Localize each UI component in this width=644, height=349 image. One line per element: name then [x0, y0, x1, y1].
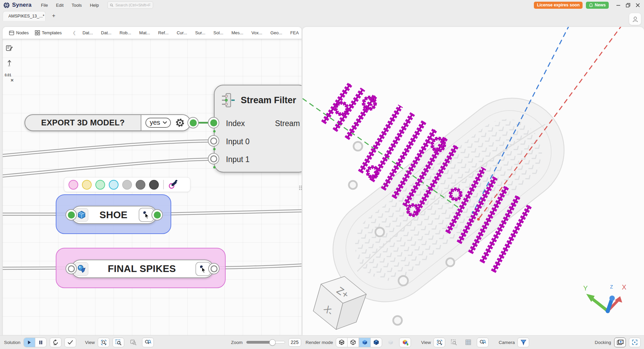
fit-view-button[interactable]: [98, 338, 109, 347]
gear-icon[interactable]: [175, 118, 185, 127]
category-tab-robotics[interactable]: Rob...: [116, 29, 135, 37]
restore-icon[interactable]: [626, 3, 630, 7]
zoom-value[interactable]: 225: [288, 338, 301, 347]
render-wireframe-button[interactable]: [336, 338, 347, 347]
dock-window-icon: [617, 340, 624, 345]
zoom-slider[interactable]: [246, 341, 285, 344]
fullscreen-button[interactable]: [629, 338, 641, 347]
eyedropper-icon[interactable]: [168, 180, 178, 189]
camera-button[interactable]: [517, 338, 529, 347]
axis-label-x: X: [622, 283, 626, 291]
swatch-light-gray[interactable]: [122, 180, 132, 190]
swatch-pink[interactable]: [68, 180, 78, 190]
swatch-yellow[interactable]: [82, 180, 92, 190]
port-add-dot[interactable]: [213, 130, 216, 132]
global-search[interactable]: [107, 1, 153, 9]
viewport-render: Z+ X- Y X Z: [303, 27, 644, 335]
category-tab-curves[interactable]: Cur...: [173, 29, 191, 37]
shoe-input-port[interactable]: [65, 209, 77, 221]
category-tab-surfaces[interactable]: Sur...: [191, 29, 209, 37]
viewport-search-button[interactable]: [477, 338, 489, 347]
zoom-node-icon: [130, 339, 137, 346]
index-input-port[interactable]: [208, 117, 219, 128]
final-spikes-input-port[interactable]: [65, 263, 77, 274]
news-label: News: [595, 3, 606, 7]
search-input[interactable]: [116, 3, 151, 7]
zoom-slider-thumb[interactable]: [269, 339, 276, 346]
templates-label: Templates: [42, 30, 62, 35]
input1-port[interactable]: [208, 153, 219, 164]
node-editor-panel: Nodes Templates ❮ Dat... Dat... Rob... M…: [3, 27, 302, 335]
loop-solution-button[interactable]: [50, 338, 61, 347]
shoe-output-port[interactable]: [151, 209, 163, 221]
menu-tools[interactable]: Tools: [68, 1, 85, 9]
cursor-pick-icon: [199, 265, 208, 273]
close-icon[interactable]: [636, 3, 640, 7]
export-output-port[interactable]: [187, 117, 199, 128]
document-tab[interactable]: AMSPIKES_13_...*: [3, 11, 46, 21]
category-tab-geometry[interactable]: Geo...: [266, 29, 286, 37]
final-spikes-group-node[interactable]: FINAL SPIKES: [56, 248, 226, 288]
final-spikes-output-port[interactable]: [208, 263, 220, 274]
port-add-dot[interactable]: [213, 148, 216, 150]
scroll-left-icon[interactable]: ❮: [70, 30, 79, 35]
templates-tab[interactable]: Templates: [32, 29, 65, 37]
category-tab-meshes[interactable]: Mes...: [227, 29, 247, 37]
search-nodes-button[interactable]: [142, 338, 154, 347]
menu-edit[interactable]: Edit: [53, 1, 67, 9]
final-spikes-node-pill[interactable]: FINAL SPIKES: [71, 260, 214, 278]
tolerance-tool[interactable]: 0.01 ✕: [5, 73, 14, 83]
viewport-3d[interactable]: Z+ X- Y X Z: [303, 27, 644, 335]
render-shaded-button[interactable]: [359, 338, 370, 347]
category-tab-voxels[interactable]: Vox...: [247, 29, 267, 37]
stream-filter-node[interactable]: Stream Filter Index Input 0 Input 1 Stre…: [214, 85, 302, 172]
loop-icon: [52, 339, 59, 345]
category-tab-reference[interactable]: Ref...: [154, 29, 173, 37]
minimize-icon[interactable]: [616, 3, 620, 7]
export-yes-dropdown[interactable]: yes: [145, 118, 171, 128]
port-add-dot[interactable]: [213, 166, 216, 168]
input0-port[interactable]: [208, 135, 219, 147]
annotation-icon[interactable]: [5, 44, 14, 52]
render-ghost-button: [385, 338, 397, 347]
swatch-green[interactable]: [95, 180, 105, 190]
zoom-selection-button[interactable]: [112, 338, 124, 347]
node-canvas[interactable]: 0.01 ✕ EXPORT 3D MODEL? yes: [3, 39, 302, 335]
play-button[interactable]: [24, 338, 35, 347]
new-tab-button[interactable]: +: [50, 12, 58, 20]
user-avatar-button[interactable]: [629, 13, 641, 25]
upload-arrow-icon[interactable]: [5, 59, 14, 67]
validate-button[interactable]: [64, 338, 76, 347]
tolerance-value: 0.01: [5, 73, 11, 77]
grid-icon: [465, 339, 471, 345]
pause-button[interactable]: [35, 338, 46, 347]
category-tab-solids[interactable]: Sol...: [210, 29, 228, 37]
menu-help[interactable]: Help: [87, 1, 102, 9]
shoe-node-pill[interactable]: SHOE: [71, 206, 157, 224]
render-material-button[interactable]: [399, 338, 411, 347]
category-tab-data1[interactable]: Dat...: [79, 29, 97, 37]
news-badge[interactable]: News: [586, 2, 609, 9]
render-hidden-line-button[interactable]: [348, 338, 359, 347]
nodes-icon: [9, 31, 14, 35]
fit-view-icon: [436, 339, 443, 346]
shoe-group-node[interactable]: SHOE: [56, 194, 171, 234]
swatch-dark-gray[interactable]: [149, 180, 159, 190]
viewport-fit-button[interactable]: [433, 338, 445, 347]
docking-controls: Docking: [595, 336, 641, 349]
nodes-tab[interactable]: Nodes: [6, 29, 32, 37]
export-3d-model-node[interactable]: EXPORT 3D MODEL? yes: [25, 114, 191, 131]
license-badge[interactable]: License expires soon: [534, 2, 583, 9]
render-shaded-edges-button[interactable]: [371, 338, 382, 347]
dock-panel-button[interactable]: [614, 338, 626, 347]
category-tab-materials[interactable]: Mat...: [135, 29, 154, 37]
category-tab-fea[interactable]: FEA: [286, 29, 302, 37]
nodes-label: Nodes: [16, 30, 29, 35]
swatch-gray[interactable]: [136, 180, 145, 190]
panel-splitter-handle[interactable]: [299, 182, 302, 194]
swatch-cyan[interactable]: [109, 180, 119, 190]
menu-bar: File Edit Tools Help: [38, 1, 102, 9]
wireframe-cube-icon: [338, 339, 345, 346]
menu-file[interactable]: File: [38, 1, 51, 9]
category-tab-data2[interactable]: Dat...: [97, 29, 116, 37]
